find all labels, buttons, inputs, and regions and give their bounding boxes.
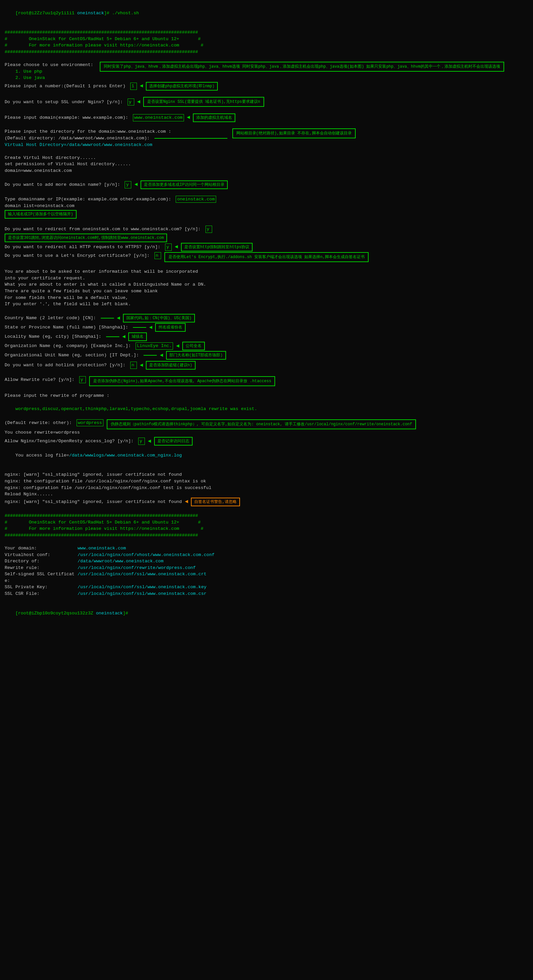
nginx-ok2: nginx: configuration file /usr/local/ngi… — [5, 485, 528, 491]
input-number-box[interactable]: 1 — [130, 83, 137, 90]
cert-info-4: There are quite a few fields but you can… — [5, 288, 528, 294]
blank-line-9 — [5, 219, 528, 226]
final-oneinstack-label: oneinstack — [96, 611, 123, 616]
arrow-org-unit: ◀ — [160, 352, 163, 359]
domain-prompt: Please input domain(example: www.example… — [5, 115, 131, 121]
env-tooltip-box: 同时安装了php、java、hhvm，添加虚拟主机会出现php、java、hhv… — [100, 62, 504, 72]
access-log-path: /data/wwwlogs/www.oneinstack.com_nginx.l… — [69, 453, 182, 458]
rewrite-default-prompt: (Default rewrite: other): — [5, 420, 75, 426]
domain-input[interactable]: www.oneinstack.com — [133, 114, 184, 121]
summary-ssl-label: Self-signed SSL Certificate: — [5, 571, 78, 584]
hostname-1: i2Zz7uu1q2y1i1i1 — [32, 11, 75, 16]
dir-tooltip-box: 网站根目录(绝对路径),如果目录 不存在,脚本会自动创建该目录 — [232, 128, 356, 138]
cert-info-1: You are about to be asked to enter infor… — [5, 268, 528, 275]
arrow-country: ◀ — [117, 315, 120, 322]
more-domain-input[interactable]: y — [125, 181, 131, 188]
cert-info-2: into your certificate request. — [5, 275, 528, 282]
blank-line-7 — [5, 174, 528, 180]
hash-top: ########################################… — [5, 29, 528, 36]
more-domain-prompt: Do you want to add more domain name? [y/… — [5, 181, 123, 188]
blank-line-8 — [5, 189, 528, 196]
hash-comment-4: # For more information please visit http… — [5, 525, 528, 532]
access-log-tooltip-box: 是否记录访问日志 — [154, 437, 193, 445]
hotlink-input[interactable]: n — [130, 362, 137, 369]
state-tooltip-box: 州名或省份名 — [155, 323, 186, 332]
org-tooltip-box: 公司全名 — [182, 342, 205, 350]
arrow-access-log: ◀ — [148, 438, 151, 445]
summary-dir-label: Directory of: — [5, 558, 78, 565]
blank-line-1 — [5, 23, 528, 30]
nginx-ok1: nginx: the configuration file /usr/local… — [5, 478, 528, 485]
blank-line-6 — [5, 148, 528, 154]
org-unit-tooltip-box: 部门大名称(如IT部或市场部) — [166, 351, 226, 360]
type-domain-input[interactable]: oneinstack.com — [176, 196, 216, 203]
prompt-line-1: [root@i2Zz7uu1q2y1i1i1 oneinstack]# ./vh… — [5, 3, 528, 23]
env-opt1-line: 1. Use php — [5, 68, 93, 75]
reload-nginx: Reload Nginx...... — [5, 491, 528, 498]
blank-line-2 — [5, 56, 528, 62]
prompt-bracket-open: [root@ — [15, 11, 32, 16]
https-redirect-prompt: Do you want to redirect all HTTP request… — [5, 244, 163, 250]
summary-ssl-val: /usr/local/nginx/conf/ssl/www.oneinstack… — [78, 571, 528, 584]
org-prompt: Organization Name (eg, company) [Example… — [5, 343, 133, 349]
summary-rewrite-label: Rewrite rule: — [5, 565, 78, 571]
blank-line-13 — [5, 386, 528, 393]
org-unit-input[interactable] — [144, 355, 157, 356]
type-domain-tooltip-box: 输入域名或IP(添加多个以空格隔开) — [5, 210, 76, 219]
input-number-prompt: Please input a number:(Default 1 press E… — [5, 83, 128, 89]
blank-line-17 — [5, 597, 528, 604]
letsencrypt-tooltip-box: 是否使用Let's Encrypt,执行./addons.sh 安装客户端才会出… — [164, 252, 369, 262]
locality-input[interactable] — [106, 336, 119, 337]
rewrite-default-input[interactable]: wordpress — [76, 419, 103, 426]
access-log-prompt: Allow Nginx/Tengine/OpenResty access_log… — [5, 438, 136, 445]
hash-comment-2: # For more information please visit http… — [5, 42, 528, 49]
access-log-prefix: You access log file= — [15, 453, 69, 458]
locality-tooltip-box: 城镇名 — [128, 332, 147, 341]
rewrite-programs-text: wordpress,discuz,opencart,thinkphp,larav… — [15, 406, 257, 411]
hotlink-prompt: Do you want to add hotlink protection? [… — [5, 362, 128, 369]
state-prompt: State or Province Name (full name) [Shan… — [5, 324, 131, 331]
dir-input[interactable] — [154, 138, 227, 139]
arrow-https: ◀ — [174, 243, 178, 251]
arrow-more-domain: ◀ — [134, 181, 138, 188]
https-redirect-tooltip-box: 是否设置http强制跳转至https协议 — [181, 243, 253, 251]
redirect-301-tooltip-box: 是否设置301跳转,浏览器访问oneinstack.com时,强制跳转至www.… — [5, 234, 167, 242]
country-input[interactable] — [101, 318, 114, 318]
org-unit-prompt: Organizational Unit Name (eg, section) [… — [5, 352, 141, 359]
hash-bottom: ########################################… — [5, 49, 528, 56]
summary-domain-label: Your domain: — [5, 545, 78, 552]
more-domain-tooltip-box: 是否添加更多域名或IP访问同一个网站根目录 — [141, 180, 227, 189]
number-tooltip-box: 选择创建php虚拟主机环境(即lnmp) — [146, 82, 218, 91]
redirect-301-input[interactable]: y — [206, 226, 212, 233]
final-prompt-end: ]# — [123, 611, 128, 616]
rewrite-chosen-line: You choose rewrite=wordpress — [5, 429, 528, 436]
env-opt2-line: 2. Use java — [5, 75, 93, 81]
summary-key-val: /usr/local/nginx/conf/ssl/www.oneinstack… — [78, 584, 528, 590]
summary-vhost-label: Virtualhost conf: — [5, 552, 78, 558]
domain-line: domain=www.oneinstack.com — [5, 167, 528, 174]
rewrite-list-line: Please input the rewrite of programme : — [5, 393, 528, 399]
ssl-input[interactable]: y — [128, 99, 134, 106]
access-log-input[interactable]: y — [138, 438, 145, 445]
type-domain-prompt: Type domainname or IP(example: example.c… — [5, 196, 174, 203]
cert-info-6: If you enter '.', the field will be left… — [5, 301, 528, 307]
rewrite-programs-line: wordpress,discuz,opencart,thinkphp,larav… — [5, 399, 528, 419]
arrow-locality: ◀ — [122, 333, 125, 341]
final-prompt-bracket: [root@iZbp10o9coyt2qsou132z3Z — [15, 611, 96, 616]
terminal-container: [root@i2Zz7uu1q2y1i1i1 oneinstack]# ./vh… — [5, 3, 528, 623]
arrow-state: ◀ — [149, 324, 152, 331]
rewrite-input[interactable]: y — [79, 376, 86, 383]
state-input[interactable] — [133, 327, 146, 328]
dir-prompt-2: (Default directory: /data/wwwroot/www.on… — [5, 135, 152, 142]
nginx-warn2: nginx: [warn] "ssl_stapling" ignored, is… — [5, 499, 182, 505]
prompt-space — [75, 11, 77, 16]
hash-top-2: ########################################… — [5, 512, 528, 519]
locality-prompt: Locality Name (eg, city) [Shanghai]: — [5, 333, 104, 340]
blank-line-10 — [5, 262, 528, 269]
org-input[interactable]: LinuxEye Inc. — [136, 342, 173, 350]
domain-tooltip-box: 添加的虚拟主机域名 — [193, 113, 235, 122]
letsencrypt-input[interactable]: n — [154, 252, 161, 259]
https-redirect-input[interactable]: y — [165, 243, 172, 251]
summary-dir-val: /data/wwwroot/www.oneinstack.com — [78, 558, 528, 565]
cert-info-5: For some fields there will be a default … — [5, 294, 528, 301]
